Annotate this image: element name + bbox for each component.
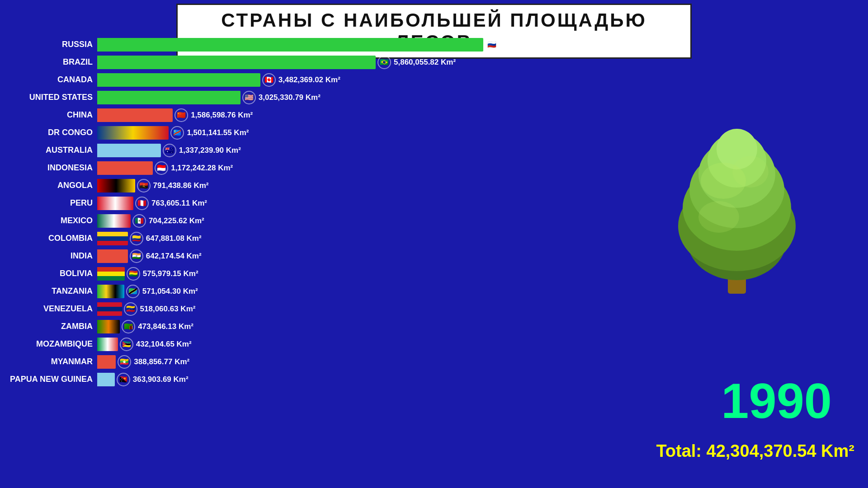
bar-fill-russia	[97, 38, 483, 52]
bar-container-india: 🇮🇳642,174.54 Km²	[97, 249, 511, 263]
bar-row-peru: PERU🇵🇪763,605.11 Km²	[0, 195, 511, 211]
bar-container-zambia: 🇿🇲473,846.13 Km²	[97, 320, 511, 333]
country-label-colombia: COLOMBIA	[0, 234, 97, 243]
value-label-mozambique: 432,104.65 Km²	[136, 340, 192, 349]
bar-fill-brazil	[97, 56, 376, 69]
bar-row-angola: ANGOLA🇦🇴791,438.86 Km²	[0, 177, 511, 194]
value-label-usa: 3,025,330.79 Km²	[259, 93, 321, 102]
flag-drcongo: 🇨🇩	[170, 126, 184, 140]
bar-fill-zambia	[97, 320, 120, 333]
value-label-png: 363,903.69 Km²	[133, 375, 189, 384]
bar-row-drcongo: DR CONGO🇨🇩1,501,141.55 Km²	[0, 124, 511, 141]
bar-fill-peru	[97, 197, 133, 210]
bar-row-usa: UNITED STATES🇺🇸3,025,330.79 Km²	[0, 89, 511, 106]
bar-fill-bolivia	[97, 267, 125, 281]
country-label-russia: RUSSIA	[0, 40, 97, 49]
country-label-venezuela: VENEZUELA	[0, 304, 97, 314]
flag-brazil: 🇧🇷	[377, 56, 391, 69]
country-label-brazil: BRAZIL	[0, 57, 97, 67]
bar-row-zambia: ZAMBIA🇿🇲473,846.13 Km²	[0, 318, 511, 335]
country-label-zambia: ZAMBIA	[0, 322, 97, 331]
flag-venezuela: 🇻🇪	[124, 302, 137, 316]
flag-india: 🇮🇳	[130, 249, 143, 263]
tree-decoration	[651, 90, 823, 294]
bar-container-drcongo: 🇨🇩1,501,141.55 Km²	[97, 126, 511, 140]
value-label-australia: 1,337,239.90 Km²	[179, 146, 241, 155]
bar-row-russia: RUSSIA🇷🇺8,089,742.73 Km²	[0, 36, 511, 53]
bar-container-venezuela: 🇻🇪518,060.63 Km²	[97, 302, 511, 316]
bar-row-india: INDIA🇮🇳642,174.54 Km²	[0, 248, 511, 264]
bar-row-mexico: MEXICO🇲🇽704,225.62 Km²	[0, 212, 511, 229]
bar-fill-usa	[97, 91, 241, 104]
bar-fill-india	[97, 249, 128, 263]
bar-row-canada: CANADA🇨🇦3,482,369.02 Km²	[0, 71, 511, 88]
bar-fill-png	[97, 373, 115, 386]
country-label-png: PAPUA NEW GUINEA	[0, 375, 97, 384]
value-label-zambia: 473,846.13 Km²	[138, 322, 193, 331]
bar-container-canada: 🇨🇦3,482,369.02 Km²	[97, 73, 511, 87]
value-label-bolivia: 575,979.15 Km²	[143, 269, 198, 278]
flag-png: 🇵🇬	[117, 373, 130, 386]
flag-zambia: 🇿🇲	[122, 320, 135, 333]
flag-bolivia: 🇧🇴	[127, 267, 140, 281]
value-label-china: 1,586,598.76 Km²	[191, 111, 253, 120]
country-label-usa: UNITED STATES	[0, 93, 97, 102]
svg-point-10	[732, 156, 769, 188]
value-label-angola: 791,438.86 Km²	[153, 181, 209, 190]
flag-china: 🇨🇳	[175, 108, 188, 122]
value-label-venezuela: 518,060.63 Km²	[140, 305, 196, 314]
bar-container-brazil: 🇧🇷5,860,055.82 Km²	[97, 56, 511, 69]
value-label-russia: 8,089,742.73 Km²	[501, 40, 563, 49]
bar-row-venezuela: VENEZUELA🇻🇪518,060.63 Km²	[0, 300, 511, 317]
country-label-angola: ANGOLA	[0, 181, 97, 190]
value-label-peru: 763,605.11 Km²	[151, 199, 207, 208]
bar-fill-drcongo	[97, 126, 169, 140]
value-label-mexico: 704,225.62 Km²	[149, 216, 204, 225]
flag-mexico: 🇲🇽	[132, 214, 146, 228]
bar-container-australia: 🇦🇺1,337,239.90 Km²	[97, 144, 511, 157]
bar-container-mexico: 🇲🇽704,225.62 Km²	[97, 214, 511, 228]
value-label-indonesia: 1,172,242.28 Km²	[171, 164, 233, 173]
country-label-canada: CANADA	[0, 75, 97, 84]
bar-container-peru: 🇵🇪763,605.11 Km²	[97, 197, 511, 210]
country-label-australia: AUSTRALIA	[0, 145, 97, 155]
bar-row-brazil: BRAZIL🇧🇷5,860,055.82 Km²	[0, 54, 511, 70]
bar-fill-tanzania	[97, 285, 124, 298]
flag-canada: 🇨🇦	[262, 73, 276, 87]
bar-fill-angola	[97, 179, 135, 192]
value-label-tanzania: 571,054.30 Km²	[142, 287, 198, 296]
bar-row-mozambique: MOZAMBIQUE🇲🇿432,104.65 Km²	[0, 336, 511, 352]
country-label-india: INDIA	[0, 251, 97, 261]
bar-fill-australia	[97, 144, 161, 157]
bar-row-china: CHINA🇨🇳1,586,598.76 Km²	[0, 107, 511, 123]
country-label-peru: PERU	[0, 198, 97, 208]
value-label-canada: 3,482,369.02 Km²	[278, 75, 340, 84]
bar-container-bolivia: 🇧🇴575,979.15 Km²	[97, 267, 511, 281]
bar-container-png: 🇵🇬363,903.69 Km²	[97, 373, 511, 386]
bar-fill-venezuela	[97, 302, 122, 316]
bar-row-indonesia: INDONESIA🇮🇩1,172,242.28 Km²	[0, 160, 511, 176]
bar-row-tanzania: TANZANIA🇹🇿571,054.30 Km²	[0, 283, 511, 300]
bar-container-china: 🇨🇳1,586,598.76 Km²	[97, 108, 511, 122]
chart-area: RUSSIA🇷🇺8,089,742.73 Km²BRAZIL🇧🇷5,860,05…	[0, 36, 511, 389]
bar-container-russia: 🇷🇺8,089,742.73 Km²	[97, 38, 563, 52]
bar-row-bolivia: BOLIVIA🇧🇴575,979.15 Km²	[0, 265, 511, 282]
bar-row-myanmar: MYANMAR🇲🇲388,856.77 Km²	[0, 353, 511, 370]
country-label-bolivia: BOLIVIA	[0, 269, 97, 278]
flag-mozambique: 🇲🇿	[120, 338, 133, 351]
bar-row-colombia: COLOMBIA🇨🇴647,881.08 Km²	[0, 230, 511, 247]
flag-australia: 🇦🇺	[163, 144, 176, 157]
bar-container-tanzania: 🇹🇿571,054.30 Km²	[97, 285, 511, 298]
value-label-india: 642,174.54 Km²	[146, 252, 202, 261]
year-display: 1990	[721, 372, 832, 429]
flag-angola: 🇦🇴	[137, 179, 151, 192]
country-label-myanmar: MYANMAR	[0, 357, 97, 366]
bar-fill-china	[97, 108, 173, 122]
country-label-drcongo: DR CONGO	[0, 128, 97, 137]
country-label-indonesia: INDONESIA	[0, 163, 97, 173]
flag-usa: 🇺🇸	[242, 91, 256, 104]
bar-container-myanmar: 🇲🇲388,856.77 Km²	[97, 355, 511, 369]
flag-peru: 🇵🇪	[135, 197, 149, 210]
bar-row-australia: AUSTRALIA🇦🇺1,337,239.90 Km²	[0, 142, 511, 159]
bar-container-colombia: 🇨🇴647,881.08 Km²	[97, 232, 511, 245]
